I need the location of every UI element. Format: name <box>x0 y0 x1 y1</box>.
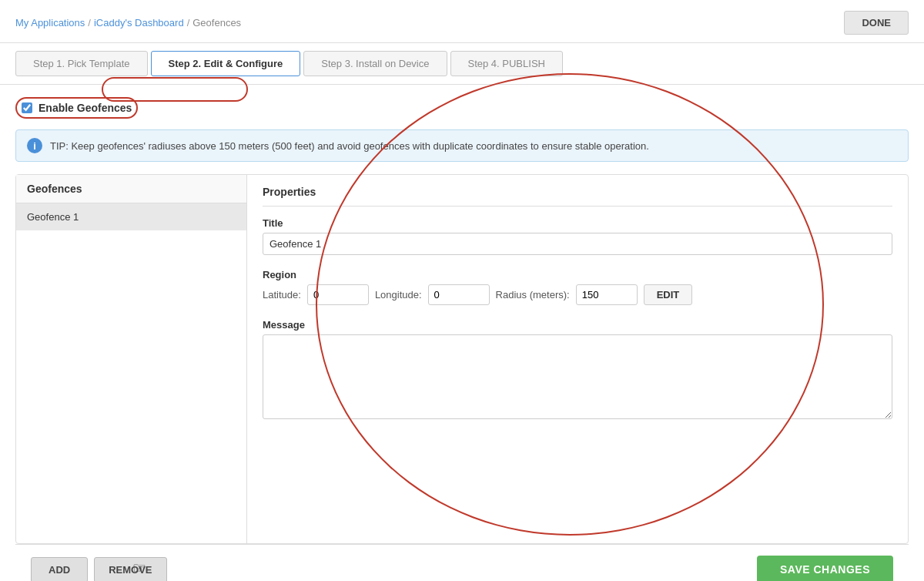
tip-icon: i <box>27 138 42 153</box>
step1-tab[interactable]: Step 1. Pick Template <box>15 51 148 76</box>
bottom-bar: ADD REMOVE SAVE CHANGES <box>15 544 909 581</box>
page-wrapper: My Applications / iCaddy's Dashboard / G… <box>0 0 924 581</box>
title-field-group: Title <box>263 217 892 255</box>
title-input[interactable] <box>263 233 892 255</box>
region-field-group: Region Latitude: Longitude: Radius (mete… <box>263 269 892 305</box>
region-label: Region <box>263 269 892 280</box>
latitude-input[interactable] <box>307 284 369 305</box>
content-area: Enable Geofences i TIP: Keep geofences' … <box>0 85 924 581</box>
region-row: Latitude: Longitude: Radius (meters): ED… <box>263 284 892 305</box>
longitude-label: Longitude: <box>375 289 422 301</box>
step3-tab[interactable]: Step 3. Install on Device <box>303 51 447 76</box>
breadcrumb-sep-2: / <box>187 17 190 29</box>
message-textarea[interactable] <box>263 334 892 419</box>
save-changes-button[interactable]: SAVE CHANGES <box>757 556 893 581</box>
tip-text: TIP: Keep geofences' radiuses above 150 … <box>50 140 649 152</box>
step4-label: Step 4. PUBLISH <box>468 58 545 69</box>
enable-geofences-row: Enable Geofences <box>15 97 138 119</box>
tip-box: i TIP: Keep geofences' radiuses above 15… <box>15 129 909 162</box>
done-button[interactable]: DONE <box>844 11 909 35</box>
radius-label: Radius (meters): <box>496 289 570 301</box>
steps-bar: Step 1. Pick Template Step 2. Edit & Con… <box>0 43 924 85</box>
message-field-group: Message <box>263 319 892 421</box>
add-button[interactable]: ADD <box>31 557 88 582</box>
remove-button[interactable]: REMOVE <box>94 557 166 582</box>
bottom-left: ADD REMOVE <box>31 557 167 582</box>
radius-input[interactable] <box>576 284 638 305</box>
main-panel: Geofences Geofence 1 Properties Title Re… <box>15 174 909 544</box>
title-label: Title <box>263 217 892 229</box>
edit-button[interactable]: EDIT <box>644 284 693 305</box>
step4-tab[interactable]: Step 4. PUBLISH <box>450 51 563 76</box>
breadcrumb-current: Geofences <box>192 17 241 29</box>
header: My Applications / iCaddy's Dashboard / G… <box>0 0 924 43</box>
enable-geofences-label: Enable Geofences <box>38 102 132 114</box>
properties-header: Properties <box>263 186 892 207</box>
breadcrumb: My Applications / iCaddy's Dashboard / G… <box>15 17 241 29</box>
geofences-header: Geofences <box>16 175 246 203</box>
breadcrumb-my-applications[interactable]: My Applications <box>15 17 85 29</box>
latitude-label: Latitude: <box>263 289 301 301</box>
step3-label: Step 3. Install on Device <box>321 58 429 69</box>
message-label: Message <box>263 319 892 331</box>
step2-label: Step 2. Edit & Configure <box>169 58 283 69</box>
step2-tab[interactable]: Step 2. Edit & Configure <box>151 51 301 76</box>
geofences-panel: Geofences Geofence 1 <box>16 175 247 543</box>
geofence-item[interactable]: Geofence 1 <box>16 203 246 230</box>
properties-panel: Properties Title Region Latitude: Longit… <box>247 175 908 543</box>
enable-geofences-checkbox[interactable] <box>22 102 32 113</box>
breadcrumb-sep-1: / <box>88 17 91 29</box>
step1-label: Step 1. Pick Template <box>33 58 130 69</box>
longitude-input[interactable] <box>428 284 490 305</box>
breadcrumb-dashboard[interactable]: iCaddy's Dashboard <box>94 17 184 29</box>
